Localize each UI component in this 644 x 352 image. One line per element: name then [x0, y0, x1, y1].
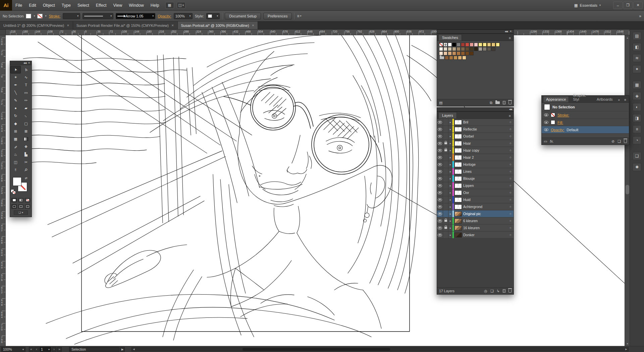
column-graph-tool[interactable]: ▙ [21, 151, 31, 158]
default-fill-stroke-icon[interactable] [11, 189, 14, 193]
expand-arrow-icon[interactable]: ▸ [448, 227, 452, 230]
zoom-tool[interactable]: ⚲ [21, 166, 31, 174]
new-color-group-icon[interactable] [495, 101, 500, 104]
close-dock-icon[interactable]: ✕ [509, 30, 512, 33]
selection-tool[interactable]: ➤ [10, 66, 21, 73]
brushes-panel-icon[interactable]: ✦ [633, 65, 641, 73]
locate-object-icon[interactable]: ◎ [484, 289, 487, 293]
swatch[interactable] [452, 47, 456, 51]
swatch[interactable] [462, 56, 466, 60]
appearance-tab-graphic-styl[interactable]: Graphic Styl [570, 92, 593, 102]
style-select[interactable]: ▾ [206, 13, 220, 19]
artboard-tool[interactable]: ◫ [10, 158, 21, 166]
color-panel-icon[interactable]: ▤ [633, 32, 641, 40]
layer-row-6-kleuren[interactable]: ▸6 kleuren○ [437, 217, 514, 224]
menu-effect[interactable]: Effect [93, 0, 110, 11]
gradient-button[interactable] [18, 198, 23, 202]
visibility-toggle[interactable] [437, 203, 443, 210]
visibility-toggle[interactable] [437, 126, 443, 133]
appearance-opacity-row[interactable]: Opacity: Default [542, 126, 629, 134]
expand-arrow-icon[interactable]: ▸ [448, 149, 452, 152]
next-artboard-button[interactable]: › [52, 347, 56, 352]
layer-row-donker[interactable]: ▸Donker○ [437, 232, 514, 239]
layer-target-icon[interactable]: ○ [507, 163, 514, 166]
shape-builder-tool[interactable]: ⊞ [10, 128, 21, 135]
swatch[interactable] [474, 47, 478, 51]
new-sublayer-icon[interactable]: ↳ [497, 289, 500, 293]
layer-target-icon[interactable]: ○ [507, 226, 514, 230]
layer-target-icon[interactable]: ○ [507, 205, 514, 208]
character-panel-icon[interactable]: ≡ [633, 125, 641, 133]
swatch[interactable] [452, 51, 456, 55]
visibility-eye-icon[interactable] [544, 128, 548, 131]
menu-select[interactable]: Select [74, 0, 93, 11]
color-guide-panel-icon[interactable]: ◧ [633, 43, 641, 51]
delete-swatch-icon[interactable] [508, 101, 512, 104]
swatch[interactable] [470, 47, 474, 51]
swatch-libraries-icon[interactable]: ⧉ [490, 101, 492, 105]
layer-target-icon[interactable]: ○ [507, 149, 514, 152]
vertical-scrollbar[interactable]: ▲ ▼ [625, 35, 630, 346]
lasso-tool[interactable]: ∿ [21, 73, 31, 81]
swatch[interactable] [474, 43, 478, 47]
links-panel-icon[interactable]: ❏ [633, 152, 641, 160]
visibility-toggle[interactable] [437, 133, 443, 140]
last-artboard-button[interactable]: » [57, 347, 62, 352]
document-tab-2[interactable]: Susan Portrait Render File.ai* @ 150% (C… [73, 21, 178, 29]
swatch-pattern[interactable] [483, 43, 487, 47]
direct-selection-tool[interactable]: ⊳ [21, 66, 31, 73]
close-tab-icon[interactable]: ✕ [252, 24, 255, 27]
fill-swatch[interactable] [26, 14, 31, 18]
opacity-select[interactable]: 100%▾ [174, 13, 193, 19]
swatch[interactable] [465, 43, 469, 47]
visibility-toggle[interactable] [437, 154, 443, 161]
horizontal-ruler[interactable]: 2161801441087236036721081441802162522883… [0, 30, 630, 35]
visibility-eye-icon[interactable] [544, 113, 548, 116]
stroke-weight-select[interactable]: ▾ [63, 13, 80, 19]
swatch-kinds-icon[interactable]: ▤ [439, 101, 442, 105]
symbols-panel-icon[interactable]: ▦ [633, 81, 641, 89]
lock-toggle[interactable] [443, 147, 448, 154]
visibility-toggle[interactable] [437, 196, 443, 203]
appearance-fill-row[interactable]: Fill: [542, 119, 629, 126]
close-tab-icon[interactable]: ✕ [67, 24, 69, 27]
brush-definition-select[interactable]: Arrow 1.05▾ [116, 13, 155, 19]
collapse-dock-icon[interactable]: ◀◀ [509, 108, 512, 111]
swatches-dock-header[interactable]: ◀◀ ✕ [437, 30, 514, 34]
layer-row-blousje[interactable]: ▸Blousje○ [437, 175, 514, 182]
lock-toggle-empty[interactable] [443, 161, 448, 168]
layer-row-huid[interactable]: ▸Huid○ [437, 196, 514, 203]
perspective-grid-tool[interactable]: ⊠ [21, 128, 31, 135]
control-bar-overflow-icon[interactable]: » [639, 14, 641, 18]
layer-row-bril[interactable]: ▸Bril○ [437, 119, 514, 126]
fill-white-swatch[interactable] [551, 120, 555, 124]
lock-toggle-empty[interactable] [443, 175, 448, 182]
swatch[interactable] [491, 47, 495, 51]
panel-menu-icon[interactable]: ≡ [623, 97, 628, 102]
menu-file[interactable]: File [12, 0, 25, 11]
swatch[interactable] [461, 43, 465, 47]
scroll-down-icon[interactable]: ▼ [625, 341, 630, 346]
swatch[interactable] [445, 56, 449, 60]
fill-color-swatch[interactable] [13, 177, 21, 186]
layers-dock-header[interactable]: ◀◀ [437, 107, 514, 111]
visibility-toggle[interactable] [437, 232, 443, 238]
workspace-switcher[interactable]: ▦Essentials▾ [571, 2, 604, 9]
tools-panel-header[interactable]: ◀◀ ✕ [10, 61, 32, 65]
visibility-toggle[interactable] [437, 217, 443, 224]
bridge-icon[interactable]: ▦ [165, 2, 174, 9]
lock-toggle-empty[interactable] [443, 126, 448, 133]
restore-button[interactable]: ❐ [623, 2, 633, 9]
draw-inside-button[interactable] [25, 204, 30, 209]
expand-arrow-icon[interactable]: ▸ [448, 219, 452, 222]
app-logo-icon[interactable]: Ai [0, 0, 12, 11]
layer-target-icon[interactable]: ○ [507, 219, 514, 222]
gradient-panel-icon[interactable]: ◨ [633, 114, 641, 122]
scroll-up-icon[interactable]: ▲ [625, 35, 630, 40]
horizontal-scrollbar[interactable]: ◀ ▶ [131, 347, 629, 351]
lock-toggle-empty[interactable] [443, 133, 448, 140]
panel-menu-icon[interactable]: ≡ [507, 36, 512, 41]
layer-target-icon[interactable]: ○ [507, 142, 514, 145]
make-clipping-mask-icon[interactable]: ❏ [490, 289, 494, 293]
blob-brush-tool[interactable]: ● [10, 104, 21, 112]
